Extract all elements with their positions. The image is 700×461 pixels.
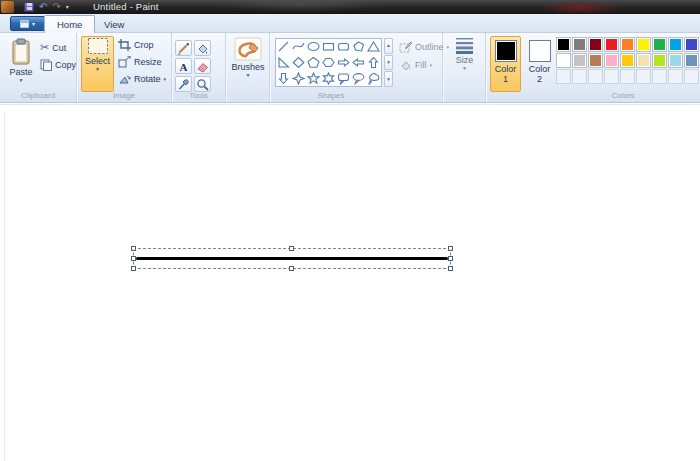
shape-ellipse[interactable] bbox=[306, 39, 321, 55]
palette-swatch-7092be[interactable] bbox=[684, 53, 699, 68]
shape-callout-oval[interactable] bbox=[351, 70, 366, 86]
palette-swatch-ffc90e[interactable] bbox=[620, 53, 635, 68]
shape-rectangle[interactable] bbox=[321, 39, 336, 55]
palette-swatch-ed1c24[interactable] bbox=[604, 37, 619, 52]
selection-handle-s[interactable] bbox=[289, 266, 294, 271]
palette-swatch-empty[interactable] bbox=[572, 69, 587, 84]
selection-handle-sw[interactable] bbox=[131, 266, 136, 271]
selection-handle-n[interactable] bbox=[289, 246, 294, 251]
shape-polygon[interactable] bbox=[351, 39, 366, 55]
palette-swatch-empty[interactable] bbox=[684, 69, 699, 84]
shape-pentagon[interactable] bbox=[306, 55, 321, 71]
palette-swatch-empty[interactable] bbox=[620, 69, 635, 84]
palette-swatch-empty[interactable] bbox=[604, 69, 619, 84]
group-label-shapes: Shapes bbox=[270, 91, 392, 100]
palette-swatch-efe4b0[interactable] bbox=[636, 53, 651, 68]
palette-swatch-ffffff[interactable] bbox=[556, 53, 571, 68]
palette-swatch-7f7f7f[interactable] bbox=[572, 37, 587, 52]
shape-line[interactable] bbox=[276, 39, 291, 55]
palette-swatch-000000[interactable] bbox=[556, 37, 571, 52]
shape-curve[interactable] bbox=[291, 39, 306, 55]
size-icon bbox=[455, 37, 474, 54]
shape-callout-cloud[interactable] bbox=[366, 70, 381, 86]
shape-star-5[interactable] bbox=[306, 70, 321, 86]
palette-swatch-c3c3c3[interactable] bbox=[572, 53, 587, 68]
shape-arrow-up[interactable] bbox=[366, 55, 381, 71]
palette-swatch-empty[interactable] bbox=[636, 69, 651, 84]
palette-swatch-empty[interactable] bbox=[668, 69, 683, 84]
palette-swatch-880015[interactable] bbox=[588, 37, 603, 52]
selection-handle-e[interactable] bbox=[448, 256, 453, 261]
magnifier-tool-button[interactable] bbox=[194, 76, 211, 92]
paste-button[interactable]: Paste ▼ bbox=[4, 37, 38, 89]
tab-home[interactable]: Home bbox=[44, 15, 95, 33]
brushes-button[interactable]: Brushes ▼ bbox=[229, 36, 267, 96]
palette-swatch-empty[interactable] bbox=[588, 69, 603, 84]
size-button[interactable]: Size ▼ bbox=[449, 36, 480, 96]
palette-swatch-b5e61d[interactable] bbox=[652, 53, 667, 68]
shape-diamond[interactable] bbox=[291, 55, 306, 71]
selection-box[interactable] bbox=[133, 248, 451, 269]
save-icon[interactable] bbox=[24, 2, 34, 12]
palette-swatch-22b14c[interactable] bbox=[652, 37, 667, 52]
gallery-more-icon[interactable]: ▼ bbox=[384, 71, 393, 87]
shape-right-triangle[interactable] bbox=[276, 55, 291, 71]
fill-tool-button[interactable] bbox=[194, 40, 211, 56]
palette-swatch-00a2e8[interactable] bbox=[668, 37, 683, 52]
shape-arrow-left[interactable] bbox=[351, 55, 366, 71]
undo-icon[interactable]: ↶ bbox=[39, 2, 47, 12]
canvas[interactable] bbox=[0, 104, 700, 461]
resize-button[interactable]: Resize bbox=[118, 56, 162, 68]
selection-handle-w[interactable] bbox=[131, 256, 136, 261]
color2-button[interactable]: Color 2 bbox=[524, 36, 555, 92]
eraser-tool-button[interactable] bbox=[194, 58, 211, 74]
scroll-down-icon[interactable]: ▼ bbox=[384, 55, 393, 71]
drawn-line[interactable] bbox=[136, 257, 448, 260]
select-button[interactable]: Select ▼ bbox=[81, 36, 114, 92]
palette-swatch-ff7f27[interactable] bbox=[620, 37, 635, 52]
shapes-gallery bbox=[275, 38, 382, 87]
shape-triangle[interactable] bbox=[366, 39, 381, 55]
color-picker-tool-button[interactable] bbox=[175, 76, 192, 92]
qat-dropdown-icon[interactable]: ▾ bbox=[66, 4, 69, 10]
selection-handle-se[interactable] bbox=[448, 266, 453, 271]
palette-swatch-b97a57[interactable] bbox=[588, 53, 603, 68]
fill-button[interactable]: Fill ▾ bbox=[399, 59, 432, 71]
shape-star-4[interactable] bbox=[291, 70, 306, 86]
tab-view[interactable]: View bbox=[92, 15, 136, 33]
cut-button[interactable]: ✂ Cut bbox=[40, 41, 66, 54]
shape-hexagon[interactable] bbox=[321, 55, 336, 71]
outline-button[interactable]: Outline ▾ bbox=[399, 41, 449, 53]
palette-swatch-empty[interactable] bbox=[652, 69, 667, 84]
color1-button[interactable]: Color 1 bbox=[490, 36, 521, 92]
palette-swatch-fff200[interactable] bbox=[636, 37, 651, 52]
quick-access-toolbar: ↶ ↷ ▾ bbox=[24, 0, 69, 14]
application-menu-button[interactable]: ▾ bbox=[10, 16, 45, 31]
shape-rounded-rectangle[interactable] bbox=[336, 39, 351, 55]
shape-arrow-down[interactable] bbox=[276, 70, 291, 86]
crop-button[interactable]: Crop bbox=[118, 39, 154, 51]
selection-handle-nw[interactable] bbox=[131, 246, 136, 251]
scroll-up-icon[interactable]: ▲ bbox=[384, 38, 393, 54]
palette-swatch-ffaec9[interactable] bbox=[604, 53, 619, 68]
text-tool-button[interactable]: A bbox=[175, 58, 192, 74]
palette-swatch-empty[interactable] bbox=[556, 69, 571, 84]
cut-icon: ✂ bbox=[40, 41, 49, 54]
palette-swatch-3f48cc[interactable] bbox=[684, 37, 699, 52]
shape-arrow-right[interactable] bbox=[336, 55, 351, 71]
brush-icon bbox=[234, 37, 262, 61]
rotate-button[interactable]: Rotate ▾ bbox=[118, 73, 166, 85]
outline-icon bbox=[399, 41, 412, 53]
color1-label: Color 1 bbox=[492, 64, 520, 84]
redo-icon[interactable]: ↷ bbox=[52, 2, 60, 12]
shape-callout-rounded[interactable] bbox=[336, 70, 351, 86]
pencil-tool-button[interactable] bbox=[175, 40, 192, 56]
paint-app-icon[interactable] bbox=[1, 1, 14, 13]
selection-handle-ne[interactable] bbox=[448, 246, 453, 251]
chevron-down-icon: ▾ bbox=[164, 77, 167, 82]
titlebar[interactable]: ↶ ↷ ▾ Untitled - Paint bbox=[0, 0, 700, 14]
shape-star-6[interactable] bbox=[321, 70, 336, 86]
group-clipboard: Paste ▼ ✂ Cut Copy Clipboard bbox=[0, 33, 77, 102]
copy-button[interactable]: Copy bbox=[40, 59, 76, 71]
palette-swatch-99d9ea[interactable] bbox=[668, 53, 683, 68]
